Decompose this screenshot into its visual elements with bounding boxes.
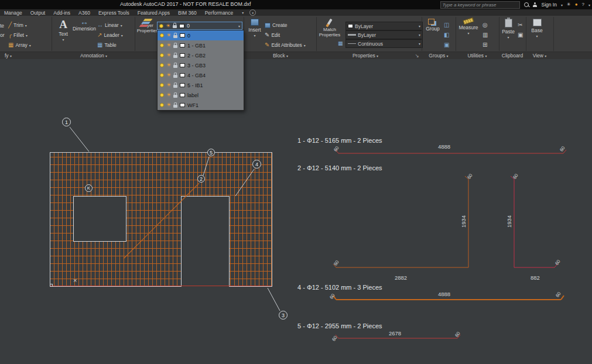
layer-row-gb4[interactable]: ☀ 4 - GB4 <box>158 70 244 80</box>
ungroup-icon[interactable]: ◫ <box>444 22 449 28</box>
drawing-lines[interactable] <box>0 59 592 364</box>
paste-button[interactable]: Paste ▾ <box>500 17 516 40</box>
layer-lock-icon[interactable] <box>173 35 177 38</box>
array-caret-icon[interactable]: ▾ <box>29 43 31 47</box>
leader-button[interactable]: ↗ Leader ▾ <box>97 31 134 39</box>
layer-row-gb1[interactable]: ☀ 1 - GB1 <box>158 40 244 50</box>
leader-lines[interactable] <box>70 127 280 311</box>
layer-color-swatch[interactable] <box>180 103 185 107</box>
layer-freeze-icon[interactable]: ☀ <box>166 63 171 68</box>
layer-freeze-icon[interactable]: ☀ <box>166 92 171 98</box>
layer-on-icon[interactable] <box>160 103 164 107</box>
tab-add-ins[interactable]: Add-ins <box>49 10 74 16</box>
dim-leg-882[interactable]: 882 <box>531 274 540 281</box>
array-button[interactable]: ▦ Array ▾ <box>8 41 50 49</box>
layer-row-wf1[interactable]: ☀ WF1 <box>158 100 244 110</box>
cut-icon[interactable]: ✂ <box>518 22 522 28</box>
dim-leg-1934-b[interactable]: 1934 <box>506 215 512 228</box>
insert-caret-icon[interactable]: ▾ <box>254 33 255 39</box>
trim-caret-icon[interactable]: ▾ <box>25 23 27 28</box>
layer-lock-icon[interactable] <box>173 105 177 108</box>
bom-item-4-title[interactable]: 4 - Φ12 - 5102 mm - 3 Pieces <box>297 284 382 291</box>
quick-calc-icon[interactable]: ⊞ <box>483 42 487 48</box>
linetype-caret-icon[interactable]: ▾ <box>419 42 420 46</box>
edit-attributes-button[interactable]: ✎ Edit Attributes ▾ <box>265 41 315 49</box>
layer-freeze-icon[interactable]: ☀ <box>166 83 171 88</box>
linetype-combo[interactable]: Continuous ▾ <box>345 39 423 48</box>
tab-a360[interactable]: A360 <box>74 10 94 16</box>
layer-lock-icon[interactable] <box>173 25 177 28</box>
layer-properties-button[interactable]: Layer Properties <box>138 17 158 33</box>
layer-combo-caret-icon[interactable]: ▾ <box>238 24 240 28</box>
layer-on-icon[interactable] <box>160 63 164 67</box>
object-color-caret-icon[interactable]: ▾ <box>419 24 420 28</box>
balloon-3[interactable]: 3 <box>279 311 288 320</box>
bom-item-5-title[interactable]: 5 - Φ12 - 2955 mm - 2 Pieces <box>297 322 382 329</box>
edit-attributes-caret-icon[interactable]: ▾ <box>304 43 306 47</box>
balloon-4[interactable]: 4 <box>252 160 261 169</box>
search-icon[interactable] <box>524 2 529 7</box>
layer-lock-icon[interactable] <box>173 85 177 88</box>
sign-in-button[interactable]: Sign In <box>542 2 557 8</box>
layer-row-0[interactable]: ☀ 0 <box>158 30 244 40</box>
layer-color-swatch[interactable] <box>180 73 185 77</box>
help-icon[interactable]: ? <box>582 1 584 9</box>
ribbon-minimize-caret-icon[interactable]: ▾ <box>242 11 244 15</box>
tab-bim-360[interactable]: BIM 360 <box>174 10 201 16</box>
bom-item-2-title[interactable]: 2 - Φ12 - 5140 mm - 2 Pieces <box>297 164 382 171</box>
dim-length-4888[interactable]: 4888 <box>438 143 450 150</box>
tab-performance[interactable]: Performance <box>201 10 238 16</box>
layer-on-icon[interactable] <box>160 83 164 87</box>
bom-item-1-title[interactable]: 1 - Φ12 - 5165 mm - 2 Pieces <box>297 137 382 144</box>
balloon-5[interactable]: 5 <box>207 149 215 156</box>
layer-on-icon[interactable] <box>160 33 164 37</box>
layer-lock-icon[interactable] <box>173 45 177 48</box>
layer-on-icon[interactable] <box>160 53 164 57</box>
bom-bar-2a[interactable] <box>333 176 468 267</box>
leader-caret-icon[interactable]: ▾ <box>121 33 123 37</box>
match-properties-button[interactable]: Match Properties <box>318 17 341 37</box>
fillet-button[interactable]: ╭ Fillet ▾ <box>8 31 50 39</box>
layer-on-icon[interactable] <box>160 93 164 97</box>
trim-button[interactable]: ╱ Trim ▾ <box>8 21 50 29</box>
layer-freeze-icon[interactable]: ☀ <box>166 73 171 78</box>
layer-combo[interactable]: ☀ 0 ▾ <box>157 22 242 30</box>
model-space-canvas[interactable]: 1 5 4 2 K 3 × 1 - Φ12 - 5165 mm - 2 Piec… <box>0 59 592 364</box>
bom-bar-2b[interactable] <box>511 176 557 267</box>
layer-color-swatch[interactable] <box>180 43 185 47</box>
dim-length-2678[interactable]: 2678 <box>389 330 401 336</box>
copy-icon[interactable]: ▣ <box>518 32 523 38</box>
layer-color-swatch[interactable] <box>180 83 185 87</box>
layer-freeze-icon[interactable]: ☀ <box>166 43 171 48</box>
dim-leg-1934-a[interactable]: 1934 <box>460 215 467 228</box>
layer-on-icon[interactable] <box>160 73 164 77</box>
create-block-button[interactable]: Create <box>265 21 315 29</box>
layer-lock-icon[interactable] <box>173 65 177 68</box>
layer-lock-icon[interactable] <box>173 95 177 98</box>
base-view-button[interactable]: Base ▾ <box>528 17 546 39</box>
balloon-2[interactable]: 2 <box>197 175 205 183</box>
grip-point[interactable] <box>50 284 53 287</box>
id-point-icon[interactable]: ◎ <box>483 22 488 28</box>
base-caret-icon[interactable]: ▾ <box>536 34 538 39</box>
paste-caret-icon[interactable]: ▾ <box>507 35 509 40</box>
layer-row-gb3[interactable]: ☀ 3 - GB3 <box>158 60 244 70</box>
fillet-caret-icon[interactable]: ▾ <box>26 33 28 37</box>
layer-freeze-icon[interactable]: ☀ <box>166 53 171 58</box>
linear-button[interactable]: ↔ Linear ▾ <box>97 21 134 29</box>
balloon-1[interactable]: 1 <box>62 118 71 126</box>
lineweight-combo[interactable]: ByLayer ▾ <box>345 30 423 39</box>
layer-color-swatch[interactable] <box>180 33 185 37</box>
measure-button[interactable]: Measure ▾ <box>458 17 479 36</box>
object-color-combo[interactable]: ByLayer ▾ <box>345 22 423 30</box>
layer-on-icon[interactable] <box>160 43 164 47</box>
layer-color-swatch[interactable] <box>180 53 185 57</box>
quick-select-icon[interactable]: ▥ <box>483 32 488 38</box>
help-caret-icon[interactable]: ▾ <box>588 3 590 7</box>
layer-lock-icon[interactable] <box>173 55 177 58</box>
rebar-leader-line[interactable] <box>124 183 199 259</box>
dim-length-4888-b[interactable]: 4888 <box>438 291 450 297</box>
text-caret-icon[interactable]: ▾ <box>62 37 64 43</box>
text-button[interactable]: A Text ▾ <box>55 17 71 43</box>
balloon-k[interactable]: K <box>85 184 93 192</box>
